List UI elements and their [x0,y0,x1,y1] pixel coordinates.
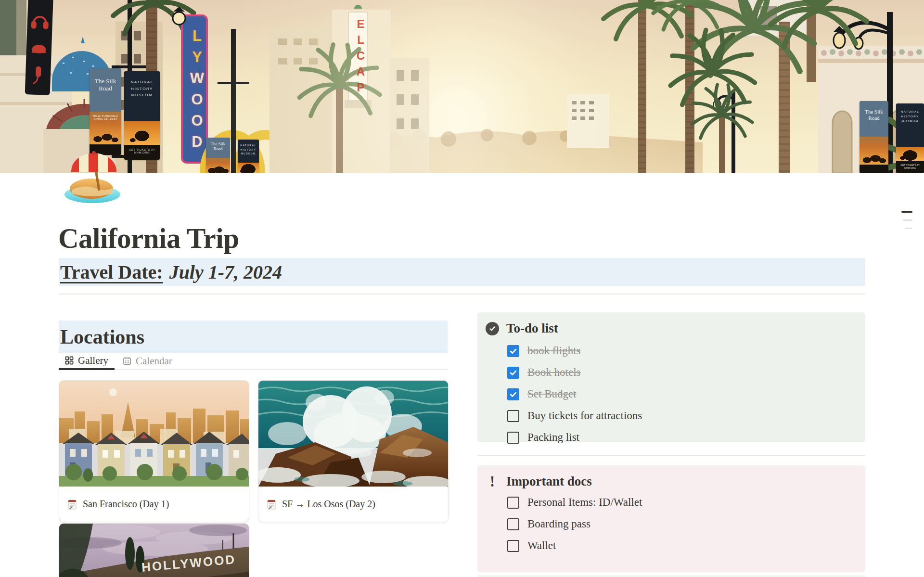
museum-banner-small: NATURAL HISTORY MUSEUM [238,140,259,173]
card-title: SF → Los Osos (Day 2) [282,499,375,510]
toc-line-active[interactable] [901,211,912,213]
divider [59,294,865,295]
card-cover-art-hollywood: HOLLYWOOD [59,524,249,577]
lywood-neon-sign: LYWOOD [184,21,205,161]
docs-item: Personal Items: ID/Wallet [507,496,865,509]
tab-gallery-label: Gallery [78,355,108,367]
tab-gallery[interactable]: Gallery [59,353,115,370]
cover-image[interactable]: LYWOOD ELCAP NSH The Silk Road NOW THROU… [0,0,924,173]
silk-road-banner-small: The Silk Road [206,138,230,173]
locations-heading[interactable]: Locations [59,321,448,353]
museum-banner-left: NATURAL HISTORY MUSEUM GET TICKETS AT NH… [124,71,160,160]
memo-icon [266,499,277,510]
gallery-card-hollywood[interactable]: HOLLYWOOD [59,523,249,577]
exclamation-icon: ! [486,475,499,488]
todo-item: Packing list [507,431,865,444]
docs-item-label[interactable]: Personal Items: ID/Wallet [527,496,642,509]
card-caption[interactable]: San Francisco (Day 1) [59,487,249,522]
todo-checkbox[interactable] [507,367,519,379]
docs-checkbox[interactable] [507,518,519,530]
check-circle-icon [486,322,499,335]
silk-road-banner-left: The Silk Road NOW THROUGH APRIL 15, 2014 [90,68,121,155]
elcap-neon-sign: ELCAP [350,15,367,98]
card-cover-art-san-francisco [59,381,249,487]
docs-item: Wallet [507,539,865,552]
todo-item: book flights [507,344,865,358]
todo-checkbox[interactable] [507,410,519,422]
travel-date-value: July 1-7, 2024 [169,261,282,283]
tab-calendar-label: Calendar [136,355,172,367]
docs-item-label[interactable]: Boarding pass [527,518,590,530]
important-docs-title[interactable]: Important docs [506,474,592,489]
toc-line[interactable] [905,228,912,229]
card-title: San Francisco (Day 1) [83,499,169,510]
memo-icon [67,499,77,510]
gallery-card-sf-los-osos[interactable]: SF → Los Osos (Day 2) [258,380,449,522]
todo-item-label[interactable]: Book hotels [527,366,581,379]
toc-line[interactable] [903,219,912,221]
todo-item: Book hotels [507,366,865,379]
docs-item-label[interactable]: Wallet [527,539,556,552]
page-icon-beach-umbrella[interactable] [63,145,122,205]
docs-checkbox[interactable] [507,540,519,552]
museum-banner-right: NATURAL HISTORY MUSEUM GET TICKETS AT NH… [896,103,924,173]
divider [477,455,865,456]
todo-item: Set Budget [507,387,865,401]
calendar-icon [123,357,131,365]
docs-item: Boarding pass [507,517,865,531]
tab-calendar[interactable]: Calendar [116,353,179,369]
todo-item-label[interactable]: Packing list [527,431,579,444]
todo-item-label[interactable]: book flights [527,345,581,357]
gallery-card-san-francisco[interactable]: San Francisco (Day 1) [59,380,249,522]
music-banner [25,0,53,95]
notion-page: LYWOOD ELCAP NSH The Silk Road NOW THROU… [0,0,924,577]
card-caption[interactable]: SF → Los Osos (Day 2) [258,487,448,522]
locations-heading-text: Locations [60,325,144,348]
page-title[interactable]: California Trip [58,222,239,255]
todo-item: Buy tickets for attractions [507,409,865,423]
todo-checkbox[interactable] [507,345,519,357]
travel-date-block[interactable]: Travel Date: July 1-7, 2024 [59,258,865,286]
todo-item-label[interactable]: Buy tickets for attractions [527,410,642,422]
todo-checkbox[interactable] [507,432,519,444]
todo-item-label[interactable]: Set Budget [527,388,577,400]
todo-title[interactable]: To-do list [506,321,558,336]
todo-checkbox[interactable] [507,388,519,400]
card-cover-art-ocean [258,381,448,487]
table-of-contents-indicator[interactable] [901,211,912,236]
divider [477,576,865,577]
docs-checkbox[interactable] [507,497,519,509]
silk-road-banner-right: The Silk Road [860,101,888,173]
important-docs-callout: ! Important docs Personal Items: ID/Wall… [477,465,865,572]
todo-callout: To-do list book flights Book hotels Set … [477,312,865,442]
gallery-grid-icon [65,356,74,365]
travel-date-label: Travel Date: [60,261,163,283]
view-tabs: Gallery Calendar [59,353,448,370]
